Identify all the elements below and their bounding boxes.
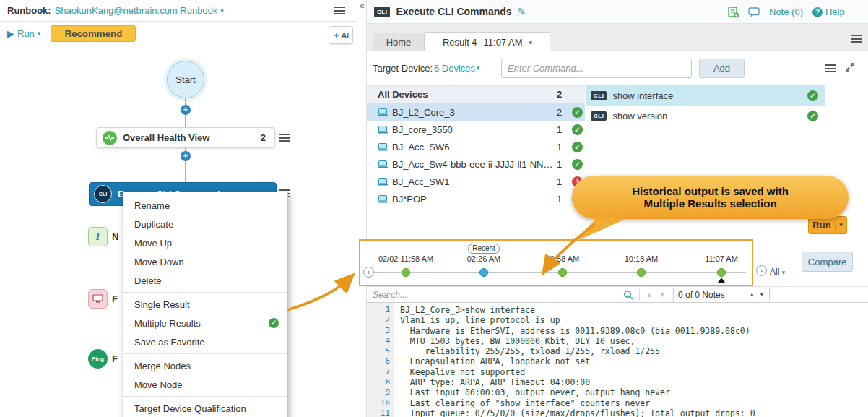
device-icon [378, 126, 388, 134]
runbook-menu-icon[interactable] [334, 7, 345, 14]
timeline-filter[interactable]: All ▾ [770, 267, 785, 277]
all-devices-label: All Devices [378, 89, 557, 100]
run-dropdown-icon[interactable]: ▼ [836, 222, 846, 228]
ai-label: AI [342, 31, 349, 40]
line-number: 4 [367, 336, 394, 346]
timeline-point[interactable] [479, 268, 488, 277]
timeline-point[interactable] [402, 268, 410, 277]
device-count: 1 [557, 124, 570, 135]
tab-result-label: Result 4 [443, 37, 477, 48]
play-icon: ▶ [7, 28, 14, 39]
output-line: Input queue: 0/75/0/0 (size/max/drops/fl… [400, 408, 862, 417]
command-input[interactable] [501, 59, 692, 78]
search-input[interactable] [367, 290, 623, 300]
help-link[interactable]: ? Help [812, 7, 845, 17]
device-row[interactable]: BJ_Acc_SW1 1 ! [367, 173, 585, 190]
add-command-button[interactable]: Add [699, 59, 745, 78]
device-row[interactable]: BJ_Acc_Sw4-bbb-eee-ii-JJJJ-ll1-NNNN-... … [367, 155, 585, 173]
command-status-icon: ✓ [807, 111, 818, 121]
runbook-name[interactable]: ShaokunKang@netbrain.com Runbook [55, 5, 218, 16]
device-icon [378, 160, 388, 168]
edit-title-icon[interactable]: ✎ [518, 6, 526, 17]
timeline-prev-icon[interactable]: ‹ [363, 267, 374, 278]
monitor-node[interactable]: F [88, 289, 118, 309]
device-icon [378, 195, 388, 203]
device-row[interactable]: BJ_L2_Core_3 2 ✓ [367, 103, 585, 121]
command-label: show interface [612, 90, 805, 101]
header-actions: Note (0) ? Help [728, 0, 845, 24]
menu-item-label: Multiple Results [134, 318, 269, 329]
runbook-header: Runbook: ShaokunKang@netbrain.com Runboo… [0, 0, 358, 22]
pane-menu-icon[interactable] [851, 35, 862, 43]
line-number: 11 [367, 408, 394, 417]
add-note-icon[interactable] [728, 7, 739, 18]
output-line: BJ_L2_Core_3>show interface [400, 305, 862, 315]
device-row[interactable]: BJ_Acc_SW6 1 ✓ [367, 138, 585, 155]
collapse-section-icon[interactable] [845, 62, 855, 74]
timeline-next-icon[interactable]: › [756, 265, 767, 276]
timeline-point[interactable] [637, 268, 646, 277]
menu-item-label: Single Result [134, 299, 269, 310]
context-menu-item[interactable]: Move Down ✓ [123, 252, 287, 271]
start-label: Start [175, 74, 195, 85]
context-menu-item[interactable]: Save as Favorite ✓ [123, 332, 287, 351]
command-row[interactable]: CLI show version ✓ [586, 106, 825, 126]
tab-result-active[interactable]: Result 4 11:07 AM ▾ [425, 32, 550, 52]
note-next-icon[interactable]: ▼ [759, 291, 765, 298]
context-menu-item[interactable]: Target Device Qualification ✓ [123, 399, 287, 417]
notes-pager: 0 of 0 Notes ▲ ▼ [673, 288, 770, 301]
chevron-down-icon[interactable]: ▾ [477, 64, 480, 72]
line-number: 2 [367, 315, 394, 325]
command-row[interactable]: CLI show interface ✓ [586, 85, 825, 106]
device-row[interactable]: BJ_core_3550 1 ✓ [367, 121, 585, 138]
health-node-menu-icon[interactable] [279, 134, 290, 142]
recommend-button[interactable]: Recommend [51, 25, 136, 42]
start-node[interactable]: Start [167, 61, 204, 98]
context-menu-item[interactable]: Duplicate ✓ [123, 215, 287, 233]
device-row[interactable]: BJ*POP 1 ✓ [367, 190, 585, 207]
add-node-icon[interactable]: + [181, 105, 191, 115]
note-count-link[interactable]: Note (0) [769, 7, 803, 17]
health-view-node[interactable]: Overall Health View 2 [96, 127, 275, 148]
add-node-icon[interactable]: + [181, 151, 191, 161]
monitor-node-label-fragment: F [112, 293, 118, 304]
search-prev-icon[interactable]: ▲ [643, 291, 656, 298]
run-control[interactable]: ▶ Run ▾ [7, 28, 40, 39]
compare-button[interactable]: Compare [802, 252, 853, 272]
ping-node[interactable]: Ping F [88, 349, 118, 369]
collapse-panel-icon[interactable]: « [360, 1, 365, 11]
comment-icon[interactable] [748, 7, 760, 17]
context-menu-item[interactable]: Rename ✓ [123, 196, 287, 215]
search-next-icon[interactable]: ▼ [656, 291, 669, 298]
context-menu-item[interactable]: Multiple Results ✓ [123, 314, 287, 332]
ping-node-icon: Ping [88, 349, 108, 369]
target-device-count-link[interactable]: 6 Devices [434, 63, 475, 74]
timeline-time-label: 09:58 AM [523, 254, 602, 263]
search-icon[interactable] [623, 290, 633, 300]
context-menu-item[interactable]: Move Node ✓ [123, 375, 287, 394]
context-menu-item[interactable]: Merge Nodes ✓ [123, 356, 287, 375]
menu-to-timeline-arrow [287, 275, 352, 310]
timeline-point[interactable] [717, 268, 726, 277]
context-menu-item[interactable]: Move Up ✓ [123, 233, 287, 252]
timeline-point[interactable] [558, 268, 567, 277]
context-menu-item[interactable]: Single Result ✓ [123, 295, 287, 314]
current-result-marker [718, 278, 725, 283]
line-number: 5 [367, 346, 394, 356]
chevron-down-icon: ▾ [529, 39, 533, 46]
device-status-icon: ✓ [572, 107, 583, 118]
cli-badge: CLI [591, 111, 607, 121]
output-line: Last input 00:00:03, output never, outpu… [400, 387, 862, 397]
ai-button[interactable]: AI [329, 26, 353, 44]
chevron-down-icon[interactable]: ▾ [220, 7, 224, 14]
note-prev-icon[interactable]: ▲ [749, 291, 755, 298]
list-options-icon[interactable] [825, 64, 836, 72]
note-node-icon: I [88, 227, 108, 246]
context-menu-item[interactable]: Delete ✓ [123, 271, 287, 290]
callout-line1: Historical output is saved with [632, 185, 789, 197]
device-count: 1 [557, 194, 570, 205]
tab-home[interactable]: Home [373, 33, 425, 51]
note-node[interactable]: I N [88, 227, 118, 246]
device-icon [378, 178, 388, 186]
line-number: 8 [367, 377, 394, 387]
